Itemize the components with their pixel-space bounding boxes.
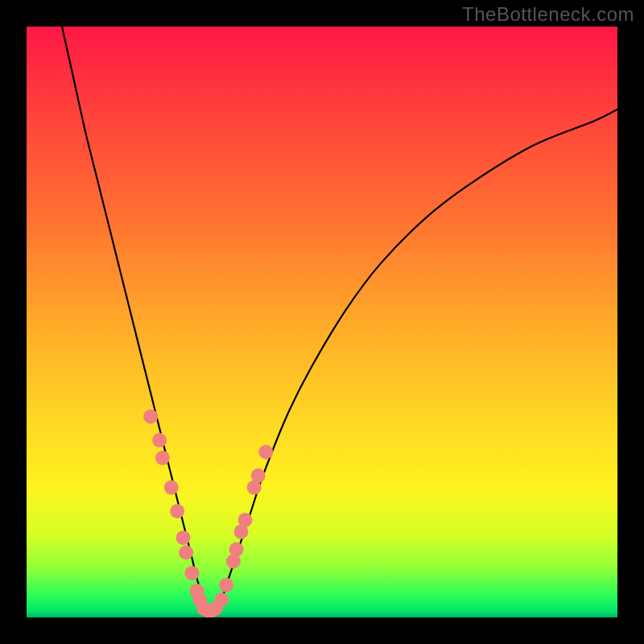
marker-dot — [229, 543, 244, 557]
chart-svg — [27, 27, 617, 617]
bottleneck-curve — [62, 27, 617, 613]
chart-frame: TheBottleneck.com — [0, 0, 644, 644]
marker-dot — [143, 409, 158, 423]
marker-dot — [238, 513, 253, 527]
marker-dot — [258, 444, 273, 459]
marker-dot — [155, 451, 170, 465]
highlight-markers — [143, 409, 273, 617]
watermark-text: TheBottleneck.com — [462, 3, 634, 26]
marker-dot — [251, 469, 266, 483]
marker-dot — [152, 433, 167, 448]
marker-dot — [219, 578, 233, 592]
marker-dot — [170, 504, 184, 518]
marker-dot — [164, 481, 179, 495]
marker-dot — [176, 530, 191, 545]
marker-dot — [214, 592, 229, 607]
marker-dot — [185, 566, 200, 580]
plot-area — [27, 27, 617, 617]
marker-dot — [179, 545, 193, 559]
